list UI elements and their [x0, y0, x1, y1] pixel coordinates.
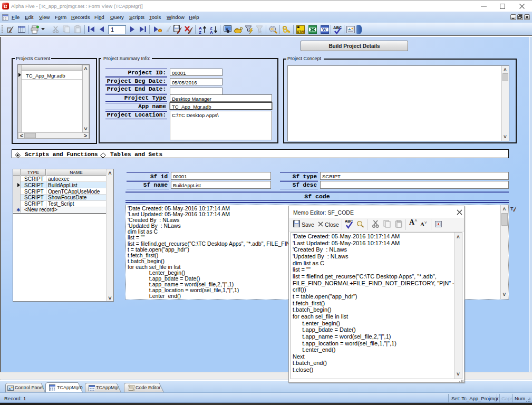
svg-text:W: W [322, 27, 327, 32]
svg-text:A: A [210, 30, 213, 34]
svg-text:Z: Z [199, 30, 201, 34]
svg-text:START: START [297, 30, 305, 33]
svg-text:ABC: ABC [333, 25, 342, 30]
svg-text:T: T [510, 206, 514, 211]
